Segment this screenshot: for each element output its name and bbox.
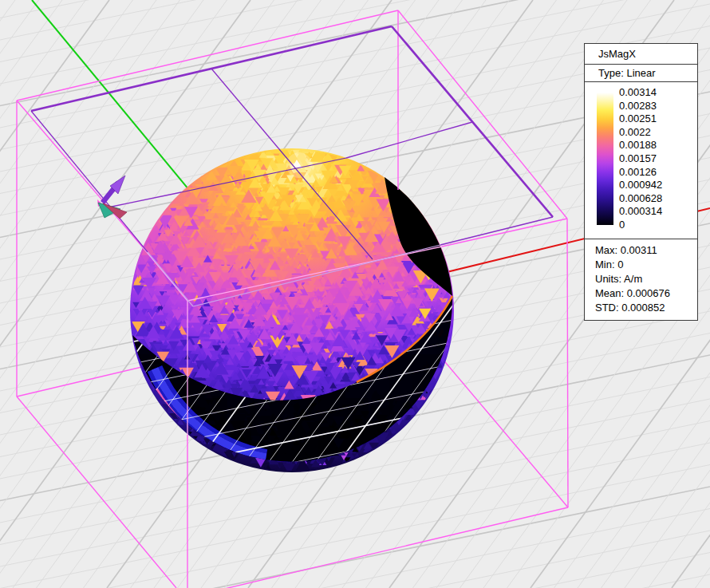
tick-label: 0.0022 [619, 126, 662, 140]
legend-statistics: Max: 0.00311 Min: 0 Units: A/m Mean: 0.0… [585, 239, 697, 320]
tick-label: 0.00126 [619, 166, 662, 180]
tick-label: 0.000628 [619, 192, 662, 206]
legend-scale: 0.00314 0.00283 0.00251 0.0022 0.00188 0… [585, 82, 697, 239]
tick-label: 0.00283 [619, 100, 662, 113]
tick-label: 0.000942 [619, 179, 662, 192]
tick-label: 0.00157 [619, 152, 662, 166]
stat-line: Max: 0.00311 [595, 243, 697, 258]
tick-label: 0.00251 [619, 112, 662, 126]
stat-line: Min: 0 [595, 258, 697, 272]
colorbar-tick-labels: 0.00314 0.00283 0.00251 0.0022 0.00188 0… [619, 86, 662, 232]
stat-line: Units: A/m [595, 272, 697, 286]
colorbar [597, 93, 613, 225]
legend-title: JsMagX [585, 44, 697, 65]
stat-line: Mean: 0.000676 [595, 286, 697, 301]
tick-label: 0.000314 [619, 205, 662, 219]
legend-scale-type: Type: Linear [585, 65, 697, 82]
stat-line: STD: 0.000852 [595, 301, 697, 315]
3d-viewport[interactable]: JsMagX Type: Linear 0.00314 0.00283 0.00… [0, 0, 710, 588]
color-legend[interactable]: JsMagX Type: Linear 0.00314 0.00283 0.00… [584, 43, 698, 321]
tick-label: 0.00188 [619, 139, 662, 152]
tick-label: 0.00314 [619, 86, 662, 100]
tick-label: 0 [619, 219, 662, 232]
